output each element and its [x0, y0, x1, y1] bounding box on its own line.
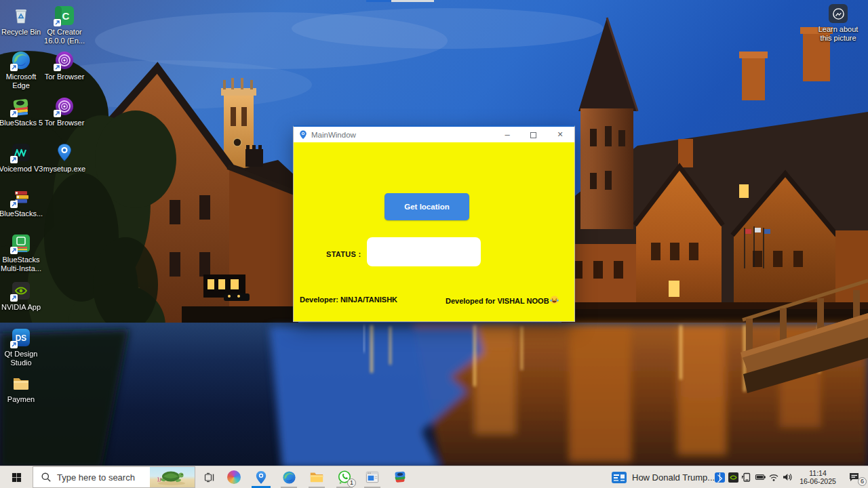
window-body: Get location STATUS : Developer: NINJA/T…: [294, 142, 574, 321]
qt-creator-glyph: C: [62, 10, 70, 22]
developer-credit: Developer: NINJA/TANISHK: [300, 296, 397, 304]
task-view-button[interactable]: [197, 466, 221, 488]
nvidia-tray-icon[interactable]: [726, 466, 740, 488]
taskbar-edge[interactable]: [276, 466, 302, 488]
desktop-icon-label: BlueStacks Multi-Insta...: [0, 256, 51, 273]
location-pin-icon: [54, 142, 75, 163]
desktop-icon-mysetup[interactable]: mysetup.exe: [35, 142, 94, 174]
taskbar-clock[interactable]: 11:14 16-06-2025: [795, 466, 841, 488]
location-pin-icon: [255, 470, 267, 485]
bluestacks-icon: [393, 470, 408, 485]
news-headline: How Donald Trump...: [632, 472, 715, 483]
multi-instance-icon: [11, 233, 31, 253]
desktop-icon-label: mysetup.exe: [35, 165, 94, 174]
taskbar-whatsapp[interactable]: 1: [332, 466, 357, 488]
voicemod-icon: [11, 142, 31, 163]
desktop-icon-label: NVIDIA App: [0, 303, 51, 312]
clock-time: 11:14: [795, 469, 841, 477]
start-button[interactable]: [0, 466, 33, 488]
archive-books-icon: [11, 187, 31, 207]
maximize-glyph: [530, 132, 536, 138]
nvidia-icon: [11, 281, 31, 301]
shortcut-arrow-icon: [10, 201, 18, 208]
learn-about-label: Learn about this picture: [804, 25, 868, 43]
copilot-icon: [227, 470, 241, 484]
main-window: MainWindow – × Get location STATUS : Dev…: [293, 125, 575, 322]
search-icon: [41, 472, 52, 483]
shortcut-arrow-icon: [10, 64, 18, 71]
system-tray: [713, 466, 794, 488]
window-title: MainWindow: [311, 131, 356, 139]
action-center-button[interactable]: 6: [842, 466, 867, 488]
developed-for-text: Developed for VISHAL NOOB: [446, 297, 549, 305]
desktop-icon-label: BlueStacks...: [0, 209, 51, 218]
desktop-icon-tor-browser-2[interactable]: Tor Browser: [35, 96, 94, 127]
folder-icon: [11, 373, 31, 393]
developed-for-credit: Developed for VISHAL NOOB: [446, 296, 559, 306]
status-field[interactable]: [367, 237, 481, 266]
connected-device-icon[interactable]: [740, 466, 753, 488]
tor-browser-icon: [54, 96, 75, 117]
search-placeholder: Type here to search: [57, 472, 150, 483]
tor-browser-icon: [54, 50, 75, 70]
desktop-icon-label: Paymen: [0, 395, 51, 404]
app-window-icon: [365, 470, 380, 484]
hidden-window-edge-gray[interactable]: [391, 0, 434, 2]
hidden-window-edge-blue[interactable]: [366, 0, 391, 2]
taskbar-qt-window-app[interactable]: [359, 466, 385, 488]
get-location-button[interactable]: Get location: [384, 193, 469, 220]
taskbar-search[interactable]: Type here to search: [33, 466, 195, 488]
desktop-icon-bluestacks-multi-instance[interactable]: BlueStacks Multi-Insta...: [0, 233, 51, 273]
shortcut-arrow-icon: [10, 341, 18, 348]
desktop-icon-bluestacks-archive[interactable]: BlueStacks...: [0, 187, 51, 218]
desktop-icon-qt-creator[interactable]: C Qt Creator 16.0.0 (En...: [35, 5, 94, 45]
qt-design-studio-icon: DS: [11, 327, 31, 348]
shortcut-arrow-icon: [54, 64, 61, 71]
shortcut-arrow-icon: [10, 110, 18, 117]
file-explorer-icon: [309, 470, 324, 485]
news-icon: [612, 472, 627, 483]
joy-emoji-icon: [550, 296, 559, 306]
shortcut-arrow-icon: [10, 156, 18, 163]
battery-icon[interactable]: [753, 466, 767, 488]
edge-icon: [282, 470, 296, 485]
taskbar-location-app-active[interactable]: [248, 466, 274, 488]
close-button[interactable]: ×: [550, 127, 570, 142]
taskbar-bluestacks[interactable]: [387, 466, 413, 488]
desktop: Recycle Bin C Qt Creator 16.0.0 (En... M…: [0, 0, 868, 488]
picture-info-icon: [829, 4, 848, 23]
edge-icon: [11, 50, 31, 70]
news-and-interests[interactable]: How Donald Trump...: [608, 466, 719, 488]
shortcut-arrow-icon: [10, 247, 18, 254]
search-daily-image-turtle: [150, 467, 195, 487]
clock-date: 16-06-2025: [795, 477, 841, 485]
bluetooth-icon[interactable]: [713, 466, 726, 488]
shortcut-arrow-icon: [54, 110, 61, 117]
maximize-button[interactable]: [523, 127, 543, 142]
shortcut-arrow-icon: [54, 19, 61, 26]
volume-icon[interactable]: [781, 466, 794, 488]
qt-creator-icon: C: [54, 5, 75, 26]
desktop-icon-qt-design-studio[interactable]: DS Qt Design Studio: [0, 327, 51, 367]
taskbar-copilot[interactable]: [221, 466, 247, 488]
taskbar: Type here to search 1: [0, 466, 868, 488]
minimize-button[interactable]: –: [497, 127, 517, 142]
desktop-icon-paymen-folder[interactable]: Paymen: [0, 373, 51, 404]
bluestacks-5-icon: [11, 96, 31, 117]
learn-about-picture[interactable]: Learn about this picture: [804, 4, 868, 43]
wifi-icon[interactable]: [767, 466, 781, 488]
window-location-pin-icon: [299, 130, 307, 140]
desktop-icon-label: Tor Browser: [35, 119, 94, 127]
shortcut-arrow-icon: [10, 294, 18, 302]
desktop-icon-nvidia-app[interactable]: NVIDIA App: [0, 281, 51, 312]
taskbar-file-explorer[interactable]: [304, 466, 330, 488]
notification-badge: 6: [858, 477, 867, 486]
desktop-icon-label: Qt Design Studio: [0, 350, 51, 367]
desktop-icon-tor-browser[interactable]: Tor Browser: [35, 50, 94, 81]
status-label: STATUS :: [326, 250, 361, 258]
desktop-icon-label: Qt Creator 16.0.0 (En...: [35, 28, 94, 45]
recycle-bin-icon: [11, 5, 31, 26]
desktop-icon-label: Tor Browser: [35, 73, 94, 81]
